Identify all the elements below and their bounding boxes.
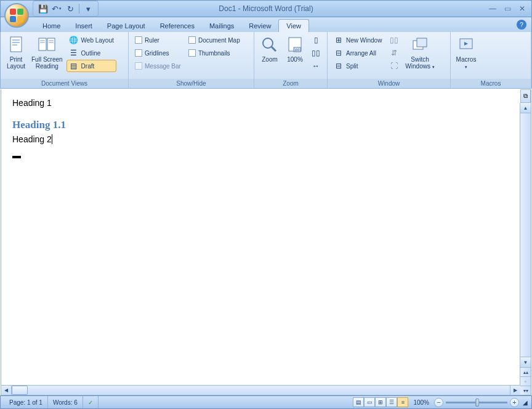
- page-width-button[interactable]: ↔: [308, 60, 323, 72]
- separator: [79, 4, 79, 14]
- doc-heading-1: Heading 1: [12, 98, 509, 108]
- view-web-layout-button[interactable]: ⊞: [375, 397, 386, 407]
- floppy-icon: 💾: [38, 4, 48, 14]
- ruler-checkbox[interactable]: Ruler: [132, 34, 183, 46]
- view-print-layout-button[interactable]: ▤: [353, 397, 364, 407]
- hscroll-thumb[interactable]: [12, 386, 28, 395]
- full-screen-reading-button[interactable]: Full Screen Reading: [29, 34, 65, 77]
- resize-grip[interactable]: ◢: [523, 399, 528, 406]
- zoom-track[interactable]: [446, 402, 507, 403]
- print-layout-button[interactable]: Print Layout: [3, 34, 29, 77]
- scroll-up-button[interactable]: ▲: [520, 103, 531, 113]
- page-width-icon: ↔: [311, 61, 321, 71]
- select-browse-object-button[interactable]: ◦: [520, 376, 531, 386]
- message-bar-label: Message Bar: [145, 63, 181, 70]
- zoom-level[interactable]: 100%: [413, 399, 429, 406]
- office-button[interactable]: [4, 3, 29, 28]
- view-draft-button[interactable]: ≡: [397, 397, 408, 407]
- scroll-right-button[interactable]: ▶: [510, 386, 520, 395]
- window-title: Doc1 - Microsoft Word (Trial): [219, 4, 313, 13]
- zoom-button[interactable]: Zoom: [257, 34, 283, 77]
- minimize-button[interactable]: —: [487, 4, 498, 14]
- hscroll-track[interactable]: [12, 386, 510, 395]
- vertical-scrollbar[interactable]: ▲ ▼ ▴▴ ◦ ▾▾: [520, 103, 531, 395]
- tab-mailings[interactable]: Mailings: [202, 20, 241, 32]
- save-button[interactable]: 💾: [37, 2, 49, 15]
- customize-qat-button[interactable]: ▾: [82, 2, 94, 15]
- redo-button[interactable]: ↻: [64, 2, 76, 15]
- view-outline-button[interactable]: ☰: [386, 397, 397, 407]
- split-button[interactable]: ⊟Split: [331, 60, 384, 72]
- outline-button[interactable]: ☰Outline: [66, 47, 116, 59]
- document-map-checkbox[interactable]: Document Map: [186, 34, 243, 46]
- tab-insert[interactable]: Insert: [68, 20, 100, 32]
- switch-windows-button[interactable]: Switch Windows ▾: [403, 34, 437, 77]
- status-bar: Page: 1 of 1 Words: 6 ✓ ▤ ▭ ⊞ ☰ ≡ 100% −…: [0, 395, 532, 409]
- tab-page-layout[interactable]: Page Layout: [100, 20, 153, 32]
- ruler-toggle[interactable]: ⧉: [520, 89, 531, 103]
- svg-line-11: [272, 47, 276, 51]
- svg-rect-7: [40, 42, 45, 43]
- scroll-down-button[interactable]: ▼: [520, 357, 531, 367]
- svg-rect-9: [49, 42, 54, 43]
- arrange-all-icon: ⊟: [334, 48, 344, 58]
- draft-label: Draft: [81, 63, 95, 70]
- redo-icon: ↻: [67, 4, 74, 14]
- tab-home[interactable]: Home: [35, 20, 68, 32]
- close-button[interactable]: ✕: [517, 4, 528, 14]
- zoom-100-button[interactable]: 100 100%: [283, 34, 307, 77]
- svg-point-10: [263, 38, 273, 48]
- scroll-left-button[interactable]: ◀: [1, 386, 12, 395]
- help-button[interactable]: ?: [517, 20, 526, 30]
- status-words[interactable]: Words: 6: [48, 396, 83, 408]
- outline-label: Outline: [81, 50, 101, 57]
- outline-icon: ☰: [69, 48, 79, 58]
- scroll-track[interactable]: [520, 113, 531, 357]
- tab-references[interactable]: References: [153, 20, 202, 32]
- zoom-in-button[interactable]: +: [510, 398, 519, 407]
- checkbox-icon: [135, 49, 142, 57]
- tab-view[interactable]: View: [278, 19, 309, 32]
- status-proofing[interactable]: ✓: [83, 396, 99, 408]
- group-window-label: Window: [328, 79, 450, 88]
- svg-rect-6: [40, 40, 45, 41]
- web-layout-button[interactable]: 🌐Web Layout: [66, 34, 116, 46]
- new-window-button[interactable]: ⊞New Window: [331, 34, 384, 46]
- status-page[interactable]: Page: 1 of 1: [4, 396, 48, 408]
- magnifier-icon: [260, 35, 280, 55]
- group-macros: Macros▾ Macros: [451, 32, 531, 88]
- view-full-screen-button[interactable]: ▭: [364, 397, 375, 407]
- zoom-100-label: 100%: [287, 56, 303, 63]
- arrange-all-label: Arrange All: [346, 50, 376, 57]
- quick-access-toolbar: 💾 ↶▾ ↻ ▾: [33, 1, 99, 17]
- view-side-by-side-button[interactable]: ▯▯: [387, 34, 401, 46]
- message-bar-checkbox[interactable]: Message Bar: [132, 60, 183, 72]
- synchronous-scrolling-button[interactable]: ⇵: [387, 47, 401, 59]
- arrange-all-button[interactable]: ⊟Arrange All: [331, 47, 384, 59]
- svg-rect-16: [417, 38, 427, 47]
- thumbnails-checkbox[interactable]: Thumbnails: [186, 47, 243, 59]
- zoom-out-button[interactable]: −: [434, 398, 443, 407]
- draft-button[interactable]: ▤Draft: [66, 60, 116, 72]
- svg-rect-2: [12, 42, 20, 43]
- group-zoom-label: Zoom: [254, 79, 327, 88]
- horizontal-scrollbar[interactable]: ◀ ▶: [1, 385, 520, 395]
- print-layout-icon: [6, 35, 26, 55]
- document-page[interactable]: Heading 1 Heading 1.1 Heading 2: [1, 89, 520, 395]
- reset-window-position-button[interactable]: ⛶: [387, 60, 401, 72]
- next-page-button[interactable]: ▾▾: [520, 386, 531, 395]
- one-page-button[interactable]: ▯: [308, 34, 323, 46]
- reset-pos-icon: ⛶: [389, 61, 399, 71]
- tab-review[interactable]: Review: [241, 20, 278, 32]
- print-layout-label: Print Layout: [7, 56, 25, 70]
- zoom-100-icon: 100: [285, 35, 305, 55]
- paragraph-mark: [12, 156, 21, 158]
- macros-button[interactable]: Macros▾: [453, 34, 479, 77]
- maximize-button[interactable]: ▭: [502, 4, 513, 14]
- browse-object-nav: ▴▴ ◦ ▾▾: [520, 367, 531, 395]
- zoom-thumb[interactable]: [475, 399, 479, 407]
- two-pages-button[interactable]: ▯▯: [308, 47, 323, 59]
- previous-page-button[interactable]: ▴▴: [520, 367, 531, 376]
- gridlines-checkbox[interactable]: Gridlines: [132, 47, 183, 59]
- undo-button[interactable]: ↶▾: [50, 2, 63, 15]
